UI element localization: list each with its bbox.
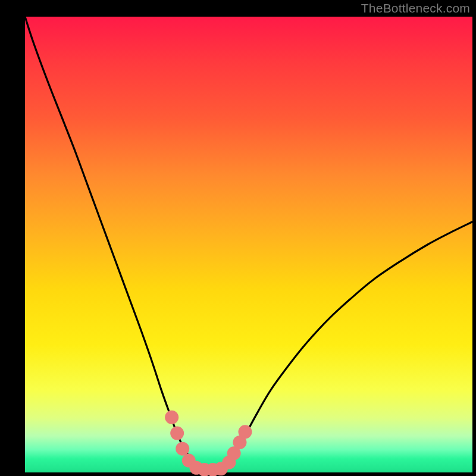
curve-marker	[176, 442, 189, 456]
chart-svg	[0, 0, 476, 476]
curve-marker	[165, 411, 178, 424]
chart-frame: TheBottleneck.com	[0, 0, 476, 476]
curve-marker	[238, 425, 252, 439]
curve-markers	[165, 411, 252, 476]
bottleneck-curve	[25, 17, 472, 470]
watermark-label: TheBottleneck.com	[361, 1, 470, 15]
curve-marker	[170, 427, 184, 440]
